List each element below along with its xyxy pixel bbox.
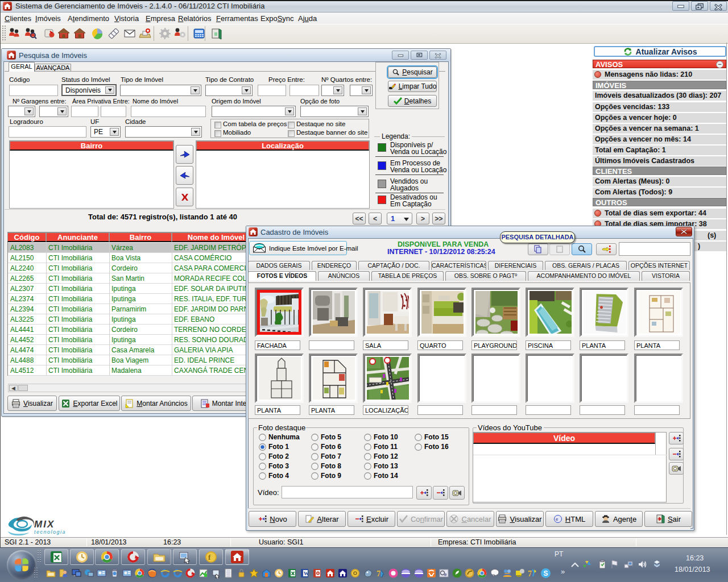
svg-text:7: 7 <box>528 569 532 578</box>
svg-text:e: e <box>556 517 559 522</box>
svg-text:tecnologia: tecnologia <box>34 529 66 535</box>
svg-text:f: f <box>208 553 211 562</box>
svg-text:7: 7 <box>377 569 380 578</box>
svg-text:MIX: MIX <box>34 519 55 530</box>
svg-text:W: W <box>304 571 309 576</box>
svg-text:S: S <box>543 569 548 577</box>
